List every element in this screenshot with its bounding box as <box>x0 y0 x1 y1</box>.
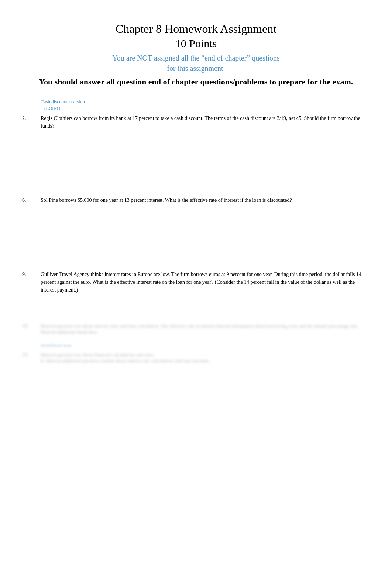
blurred-number-10: 10. <box>22 323 41 329</box>
blurred-section-2: 13. Blurred question text about financia… <box>22 352 370 364</box>
question-text-9: Gulliver Travel Agency thinks interest r… <box>41 270 370 294</box>
main-title: Chapter 8 Homework Assignment <box>22 22 370 36</box>
not-assigned-text: You are NOT assigned all the “end of cha… <box>22 53 370 73</box>
not-assigned-line2: for this assignment. <box>167 64 225 72</box>
blurred-content-10: Blurred question text about interest rat… <box>41 323 370 335</box>
blurred-link: Installment loan <box>41 342 370 348</box>
category-label: Cash discount decision <box>41 99 370 105</box>
questions-section: Cash discount decision (LO8-1) 2. Regis … <box>22 99 370 364</box>
question-item-9: 9. Gulliver Travel Agency thinks interes… <box>22 270 370 294</box>
last-questions: Installment loan 13. Blurred question te… <box>22 342 370 364</box>
blurred-number-13: 13. <box>22 352 41 358</box>
question-text-2: Regis Clothiers can borrow from its bank… <box>41 114 370 130</box>
header-section: Chapter 8 Homework Assignment 10 Points … <box>22 22 370 88</box>
points-title: 10 Points <box>22 37 370 50</box>
question-text-6: Sol Pine borrows $5,000 for one year at … <box>41 196 370 204</box>
not-assigned-line1: You are NOT assigned all the “end of cha… <box>112 54 280 62</box>
question-item-2: 2. Regis Clothiers can borrow from its b… <box>22 114 370 130</box>
question-number-6: 6. <box>22 196 41 204</box>
question-item-6: 6. Sol Pine borrows $5,000 for one year … <box>22 196 370 204</box>
prepare-text: You should answer all question end of ch… <box>22 76 370 88</box>
question-number-2: 2. <box>22 114 41 130</box>
lo-label: (LO8-1) <box>44 106 370 111</box>
question-number-9: 9. <box>22 270 41 294</box>
blurred-section-1: 10. Blurred question text about interest… <box>22 323 370 335</box>
blurred-content-13: Blurred question text about financial ca… <box>41 352 370 364</box>
page-container: Chapter 8 Homework Assignment 10 Points … <box>22 15 370 379</box>
